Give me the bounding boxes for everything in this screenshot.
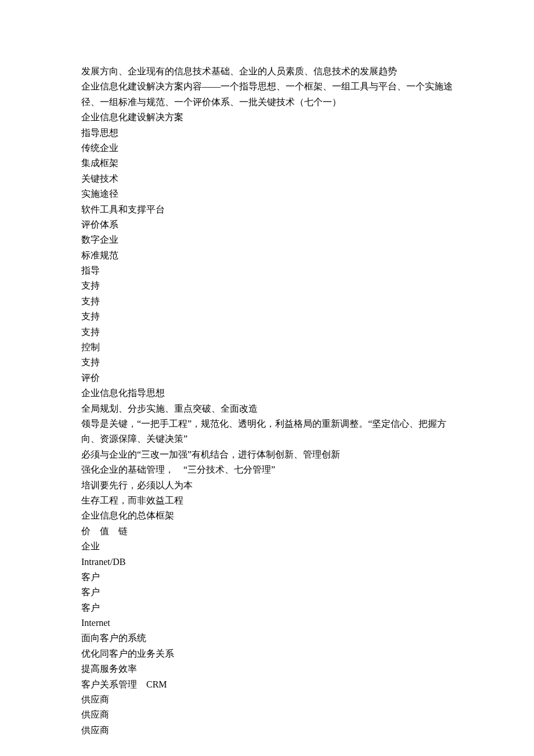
text-line: 提高服务效率 (81, 661, 453, 676)
text-line: 供应商 (81, 692, 453, 707)
text-line: 企业信息化的总体框架 (81, 508, 453, 523)
text-line: 企业信息化指导思想 (81, 386, 453, 401)
text-line: 供应商 (81, 707, 453, 722)
text-line: 支持 (81, 278, 453, 293)
text-line: 供应商 (81, 723, 453, 738)
text-line: Internet (81, 615, 453, 631)
text-line: 关键技术 (81, 171, 453, 186)
text-line: 数字企业 (81, 232, 453, 247)
text-line: 面向客户的系统 (81, 631, 453, 646)
text-line: 指导 (81, 263, 453, 278)
text-line: 软件工具和支撑平台 (81, 202, 453, 217)
document-page: 发展方向、企业现有的信息技术基础、企业的人员素质、信息技术的发展趋势 企业信息化… (0, 0, 534, 756)
text-line: 控制 (81, 340, 453, 355)
text-line: 传统企业 (81, 141, 453, 156)
text-line: 企业 (81, 539, 453, 554)
text-line: 评价 (81, 370, 453, 386)
text-line: 评价体系 (81, 217, 453, 232)
text-line: 企业信息化建设解决方案 (81, 110, 453, 125)
text-line: 优化同客户的业务关系 (81, 646, 453, 661)
text-line: 生存工程，而非效益工程 (81, 493, 453, 508)
text-line: 实施途径 (81, 186, 453, 201)
text-line: 指导思想 (81, 125, 453, 141)
text-line: 领导是关键，“一把手工程”，规范化、透明化，利益格局的重新调整。“坚定信心、把握… (81, 416, 453, 447)
text-line: 发展方向、企业现有的信息技术基础、企业的人员素质、信息技术的发展趋势 (81, 64, 453, 79)
text-line: 客户 (81, 585, 453, 600)
text-line: 客户关系管理 CRM (81, 677, 453, 692)
text-line: 支持 (81, 294, 453, 309)
text-line: 培训要先行，必须以人为本 (81, 478, 453, 493)
text-line: 必须与企业的“三改一加强”有机结合，进行体制创新、管理创新 (81, 447, 453, 462)
text-line: 强化企业的基础管理， “三分技术、七分管理” (81, 462, 453, 477)
text-line: Intranet/DB (81, 555, 453, 570)
text-line: 企业信息化建设解决方案内容——一个指导思想、一个框架、一组工具与平台、一个实施途… (81, 79, 453, 110)
text-line: 价 值 链 (81, 524, 453, 539)
text-line: 支持 (81, 325, 453, 340)
text-line: 支持 (81, 355, 453, 370)
text-line: 标准规范 (81, 248, 453, 263)
text-line: 客户 (81, 570, 453, 585)
text-line: 集成框架 (81, 156, 453, 171)
text-line: 支持 (81, 309, 453, 324)
text-line: 客户 (81, 600, 453, 615)
text-line: 全局规划、分步实施、重点突破、全面改造 (81, 401, 453, 416)
